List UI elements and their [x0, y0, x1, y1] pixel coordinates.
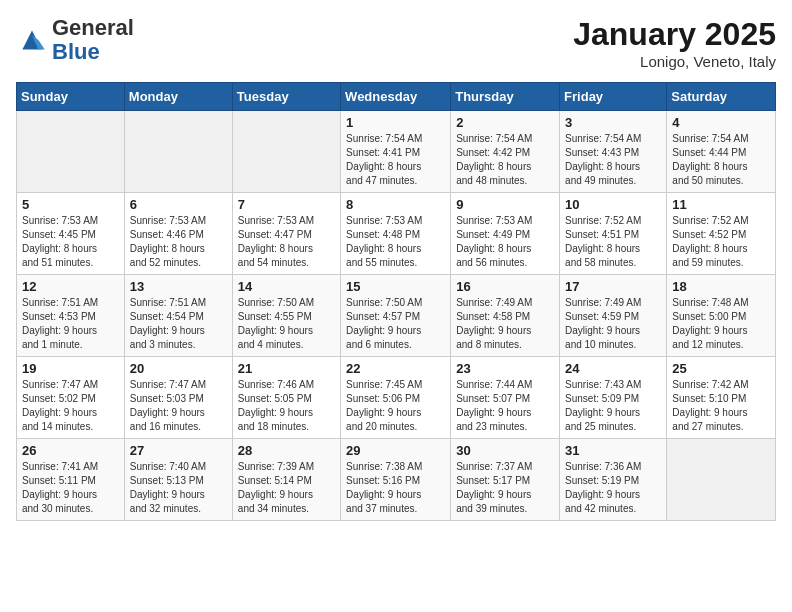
calendar-day-cell: 9Sunrise: 7:53 AM Sunset: 4:49 PM Daylig…: [451, 193, 560, 275]
day-info: Sunrise: 7:53 AM Sunset: 4:48 PM Dayligh…: [346, 214, 445, 270]
calendar-day-cell: 21Sunrise: 7:46 AM Sunset: 5:05 PM Dayli…: [232, 357, 340, 439]
calendar-day-cell: 1Sunrise: 7:54 AM Sunset: 4:41 PM Daylig…: [341, 111, 451, 193]
calendar-day-cell: 22Sunrise: 7:45 AM Sunset: 5:06 PM Dayli…: [341, 357, 451, 439]
day-info: Sunrise: 7:45 AM Sunset: 5:06 PM Dayligh…: [346, 378, 445, 434]
day-number: 5: [22, 197, 119, 212]
day-info: Sunrise: 7:39 AM Sunset: 5:14 PM Dayligh…: [238, 460, 335, 516]
day-number: 12: [22, 279, 119, 294]
calendar-day-cell: 28Sunrise: 7:39 AM Sunset: 5:14 PM Dayli…: [232, 439, 340, 521]
location-subtitle: Lonigo, Veneto, Italy: [573, 53, 776, 70]
calendar-day-cell: 3Sunrise: 7:54 AM Sunset: 4:43 PM Daylig…: [560, 111, 667, 193]
weekday-header: Thursday: [451, 83, 560, 111]
day-number: 17: [565, 279, 661, 294]
calendar-week-row: 1Sunrise: 7:54 AM Sunset: 4:41 PM Daylig…: [17, 111, 776, 193]
day-number: 30: [456, 443, 554, 458]
day-number: 31: [565, 443, 661, 458]
weekday-header: Wednesday: [341, 83, 451, 111]
day-number: 23: [456, 361, 554, 376]
day-info: Sunrise: 7:38 AM Sunset: 5:16 PM Dayligh…: [346, 460, 445, 516]
day-info: Sunrise: 7:47 AM Sunset: 5:03 PM Dayligh…: [130, 378, 227, 434]
day-number: 16: [456, 279, 554, 294]
calendar-table: SundayMondayTuesdayWednesdayThursdayFrid…: [16, 82, 776, 521]
calendar-day-cell: 23Sunrise: 7:44 AM Sunset: 5:07 PM Dayli…: [451, 357, 560, 439]
day-number: 25: [672, 361, 770, 376]
calendar-day-cell: 31Sunrise: 7:36 AM Sunset: 5:19 PM Dayli…: [560, 439, 667, 521]
calendar-day-cell: 12Sunrise: 7:51 AM Sunset: 4:53 PM Dayli…: [17, 275, 125, 357]
calendar-week-row: 12Sunrise: 7:51 AM Sunset: 4:53 PM Dayli…: [17, 275, 776, 357]
day-info: Sunrise: 7:50 AM Sunset: 4:55 PM Dayligh…: [238, 296, 335, 352]
day-info: Sunrise: 7:52 AM Sunset: 4:51 PM Dayligh…: [565, 214, 661, 270]
logo-icon: [16, 24, 48, 56]
day-info: Sunrise: 7:46 AM Sunset: 5:05 PM Dayligh…: [238, 378, 335, 434]
day-info: Sunrise: 7:53 AM Sunset: 4:49 PM Dayligh…: [456, 214, 554, 270]
page-header: General Blue January 2025 Lonigo, Veneto…: [16, 16, 776, 70]
calendar-day-cell: [232, 111, 340, 193]
calendar-day-cell: 24Sunrise: 7:43 AM Sunset: 5:09 PM Dayli…: [560, 357, 667, 439]
day-number: 20: [130, 361, 227, 376]
calendar-day-cell: 14Sunrise: 7:50 AM Sunset: 4:55 PM Dayli…: [232, 275, 340, 357]
logo-blue-text: Blue: [52, 39, 100, 64]
day-number: 7: [238, 197, 335, 212]
weekday-header: Friday: [560, 83, 667, 111]
weekday-header-row: SundayMondayTuesdayWednesdayThursdayFrid…: [17, 83, 776, 111]
day-info: Sunrise: 7:44 AM Sunset: 5:07 PM Dayligh…: [456, 378, 554, 434]
day-info: Sunrise: 7:47 AM Sunset: 5:02 PM Dayligh…: [22, 378, 119, 434]
calendar-day-cell: 19Sunrise: 7:47 AM Sunset: 5:02 PM Dayli…: [17, 357, 125, 439]
day-number: 6: [130, 197, 227, 212]
day-info: Sunrise: 7:54 AM Sunset: 4:41 PM Dayligh…: [346, 132, 445, 188]
logo: General Blue: [16, 16, 134, 64]
weekday-header: Tuesday: [232, 83, 340, 111]
title-area: January 2025 Lonigo, Veneto, Italy: [573, 16, 776, 70]
day-number: 15: [346, 279, 445, 294]
day-number: 3: [565, 115, 661, 130]
calendar-week-row: 26Sunrise: 7:41 AM Sunset: 5:11 PM Dayli…: [17, 439, 776, 521]
day-number: 19: [22, 361, 119, 376]
day-number: 4: [672, 115, 770, 130]
day-info: Sunrise: 7:53 AM Sunset: 4:46 PM Dayligh…: [130, 214, 227, 270]
weekday-header: Monday: [124, 83, 232, 111]
calendar-day-cell: 7Sunrise: 7:53 AM Sunset: 4:47 PM Daylig…: [232, 193, 340, 275]
calendar-day-cell: 8Sunrise: 7:53 AM Sunset: 4:48 PM Daylig…: [341, 193, 451, 275]
calendar-day-cell: 11Sunrise: 7:52 AM Sunset: 4:52 PM Dayli…: [667, 193, 776, 275]
logo-general-text: General: [52, 15, 134, 40]
day-number: 18: [672, 279, 770, 294]
calendar-day-cell: 29Sunrise: 7:38 AM Sunset: 5:16 PM Dayli…: [341, 439, 451, 521]
calendar-day-cell: 13Sunrise: 7:51 AM Sunset: 4:54 PM Dayli…: [124, 275, 232, 357]
calendar-day-cell: 26Sunrise: 7:41 AM Sunset: 5:11 PM Dayli…: [17, 439, 125, 521]
calendar-day-cell: 25Sunrise: 7:42 AM Sunset: 5:10 PM Dayli…: [667, 357, 776, 439]
day-info: Sunrise: 7:36 AM Sunset: 5:19 PM Dayligh…: [565, 460, 661, 516]
day-number: 22: [346, 361, 445, 376]
calendar-day-cell: 4Sunrise: 7:54 AM Sunset: 4:44 PM Daylig…: [667, 111, 776, 193]
day-info: Sunrise: 7:53 AM Sunset: 4:45 PM Dayligh…: [22, 214, 119, 270]
month-title: January 2025: [573, 16, 776, 53]
calendar-day-cell: 10Sunrise: 7:52 AM Sunset: 4:51 PM Dayli…: [560, 193, 667, 275]
calendar-day-cell: 16Sunrise: 7:49 AM Sunset: 4:58 PM Dayli…: [451, 275, 560, 357]
day-info: Sunrise: 7:41 AM Sunset: 5:11 PM Dayligh…: [22, 460, 119, 516]
day-number: 11: [672, 197, 770, 212]
calendar-day-cell: 6Sunrise: 7:53 AM Sunset: 4:46 PM Daylig…: [124, 193, 232, 275]
calendar-day-cell: 17Sunrise: 7:49 AM Sunset: 4:59 PM Dayli…: [560, 275, 667, 357]
day-info: Sunrise: 7:52 AM Sunset: 4:52 PM Dayligh…: [672, 214, 770, 270]
day-number: 10: [565, 197, 661, 212]
day-number: 9: [456, 197, 554, 212]
day-info: Sunrise: 7:53 AM Sunset: 4:47 PM Dayligh…: [238, 214, 335, 270]
day-info: Sunrise: 7:40 AM Sunset: 5:13 PM Dayligh…: [130, 460, 227, 516]
day-number: 13: [130, 279, 227, 294]
day-number: 26: [22, 443, 119, 458]
day-number: 29: [346, 443, 445, 458]
day-number: 28: [238, 443, 335, 458]
calendar-day-cell: 30Sunrise: 7:37 AM Sunset: 5:17 PM Dayli…: [451, 439, 560, 521]
day-number: 14: [238, 279, 335, 294]
day-number: 21: [238, 361, 335, 376]
day-info: Sunrise: 7:43 AM Sunset: 5:09 PM Dayligh…: [565, 378, 661, 434]
day-info: Sunrise: 7:48 AM Sunset: 5:00 PM Dayligh…: [672, 296, 770, 352]
calendar-day-cell: 5Sunrise: 7:53 AM Sunset: 4:45 PM Daylig…: [17, 193, 125, 275]
day-number: 24: [565, 361, 661, 376]
weekday-header: Sunday: [17, 83, 125, 111]
calendar-day-cell: [124, 111, 232, 193]
day-info: Sunrise: 7:51 AM Sunset: 4:53 PM Dayligh…: [22, 296, 119, 352]
calendar-day-cell: [17, 111, 125, 193]
calendar-week-row: 19Sunrise: 7:47 AM Sunset: 5:02 PM Dayli…: [17, 357, 776, 439]
day-info: Sunrise: 7:37 AM Sunset: 5:17 PM Dayligh…: [456, 460, 554, 516]
day-info: Sunrise: 7:51 AM Sunset: 4:54 PM Dayligh…: [130, 296, 227, 352]
